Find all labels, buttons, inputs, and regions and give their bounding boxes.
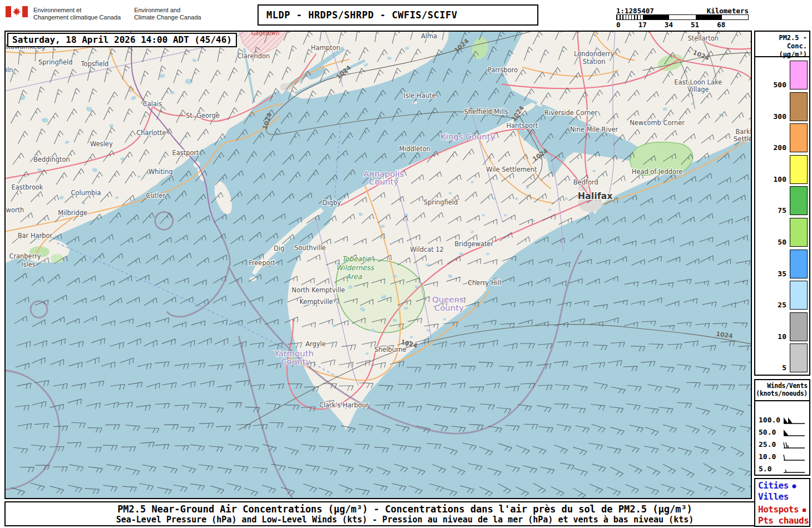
park-label: Wilderness: [336, 263, 374, 272]
city-label: North Kemptville: [292, 286, 345, 294]
park-label: Tobeatic: [341, 255, 371, 263]
features-legend: Cities Villes Hotspots Pts chauds: [754, 478, 810, 527]
pm25-swatch: [790, 155, 808, 184]
winds-legend-title: Winds/Vents (knots/noeuds): [755, 380, 809, 397]
zone-label: Gagetown: [251, 32, 280, 36]
city-label: St. George: [186, 112, 220, 119]
scale-seg: [696, 15, 722, 19]
wind-barb-5.0-icon: [781, 465, 806, 474]
pm25-level-label: 50: [778, 238, 786, 246]
city-label: Alma: [421, 32, 437, 40]
city-label: Milbridge: [58, 209, 87, 217]
cities-legend-entry-fr: Villes: [758, 491, 809, 502]
pm25-swatch: [790, 186, 808, 215]
winds-legend: Winds/Vents (knots/noeuds) 100.050.025.0…: [754, 379, 810, 476]
caption-box: PM2.5 Near-Ground Air Concentrations (µg…: [4, 501, 805, 526]
scale-bar: [616, 14, 749, 20]
base-map: 10241024102410241024102410241024 Gagetow…: [6, 32, 751, 498]
city-label: Shelburne: [374, 346, 407, 353]
wind-speed-label: 5.0: [759, 465, 771, 473]
city-label: Wildcat 12: [410, 246, 444, 253]
scale-tick: 34: [665, 21, 673, 29]
city-label: Topsfield: [80, 60, 108, 68]
canada-flag-icon: [6, 6, 28, 17]
city-label: Clarendon: [237, 52, 270, 60]
county-label: County: [281, 357, 310, 367]
county-label: County: [434, 303, 464, 313]
pm25-swatch: [790, 250, 808, 278]
city-label: Freeport: [249, 259, 275, 267]
pm25-level-label: 75: [778, 206, 786, 215]
city-label: Lincoln: [6, 66, 13, 74]
pm25-level-label: 200: [774, 143, 786, 152]
city-label: Wile Settlement: [486, 166, 537, 173]
city-label: Isles: [21, 261, 36, 268]
legend-separator: [755, 400, 809, 401]
wind-barb-10.0-icon: [781, 453, 806, 462]
scale-ratio: 1:1285407: [616, 7, 654, 15]
city-label: Hantsport: [506, 122, 538, 129]
city-label: Bridgewater: [454, 240, 493, 248]
city-label: Springfield: [38, 58, 73, 66]
pm25-swatch: [790, 312, 808, 341]
pm25-legend-title: PM2.5 - Conc. (µg/m³): [755, 32, 809, 59]
city-label: Station: [583, 58, 606, 66]
city-label: Eastport: [172, 149, 200, 157]
pm25-swatch: [790, 281, 808, 310]
wind-speed-label: 50.0: [759, 428, 776, 436]
pm25-swatch: [790, 343, 808, 372]
scale-tick: 51: [691, 21, 699, 29]
city-label: Sheffield Mills: [464, 108, 508, 116]
datetime-label: Saturday, 18 April 2026 14:00 ADT (45/46…: [12, 34, 232, 45]
island-isle-haute: [412, 101, 418, 104]
county-label: County: [369, 177, 398, 187]
pm25-level-label: 5: [782, 363, 786, 372]
eccc-wordmark-en: Environment andClimate Change Canada: [134, 6, 201, 21]
map-scale: 1:1285407 Kilometers 017345168: [616, 7, 749, 27]
city-label: Southville: [294, 244, 326, 252]
city-label: Wesley: [90, 140, 113, 148]
legend-separator: [755, 56, 809, 57]
hotspots-legend-entry-fr: Pts chauds: [758, 515, 809, 526]
datetime-box: Saturday, 18 April 2026 14:00 ADT (45/46…: [7, 33, 237, 47]
city-dot-icon: [792, 484, 796, 489]
wind-barb-50.0-icon: [781, 429, 806, 437]
city-label: Village: [687, 86, 709, 93]
county-label: Kings County: [440, 132, 496, 142]
scale-tick: 17: [638, 21, 647, 29]
scale-seg: [669, 15, 695, 19]
pm25-level-label: 25: [778, 301, 786, 309]
wind-speed-label: 10.0: [759, 452, 776, 461]
city-label: Eastbrook: [12, 183, 43, 191]
pm25-level-label: 10: [778, 332, 786, 341]
pm25-swatch: [790, 123, 808, 152]
pm25-swatch: [790, 61, 808, 89]
city-label: Charlotte: [136, 129, 166, 137]
city-label: Bar Harbor: [18, 232, 53, 240]
city-label: Cutler: [146, 192, 166, 200]
city-label: Columbia: [71, 189, 101, 197]
pm25-swatch: [790, 92, 808, 121]
scale-tick: 68: [717, 21, 725, 29]
city-label: Hampton: [311, 44, 340, 52]
map-canvas[interactable]: Saturday, 18 April 2026 14:00 ADT (45/46…: [4, 31, 752, 499]
city-label: East Loon Lake: [674, 78, 722, 86]
caption-line1: PM2.5 Near-Ground Air Concentrations (µg…: [6, 504, 804, 515]
scale-unit: Kilometers: [707, 7, 749, 15]
city-label: Cherry Hill: [468, 279, 501, 287]
cities-legend-entry: Cities: [758, 480, 809, 491]
city-label: Cranberry: [9, 252, 41, 260]
wind-barb-100.0-icon: [781, 416, 806, 425]
eccc-logo: Environnement etChangement climatique Ca…: [6, 6, 201, 21]
pm25-level-label: 35: [778, 270, 786, 278]
city-label: Digby: [323, 200, 341, 207]
city-label: Whiting: [148, 168, 173, 176]
city-label: Clark's Harbour: [319, 401, 369, 409]
hotspot-square-icon: [802, 508, 806, 512]
city-label: Isle Haute: [404, 92, 436, 99]
city-label: Beddington: [33, 156, 70, 163]
city-label: Calais: [143, 100, 162, 108]
scale-tick-labels: 017345168: [616, 21, 749, 27]
city-label: Dig: [274, 245, 284, 252]
city-label: Londonderry: [574, 50, 614, 58]
